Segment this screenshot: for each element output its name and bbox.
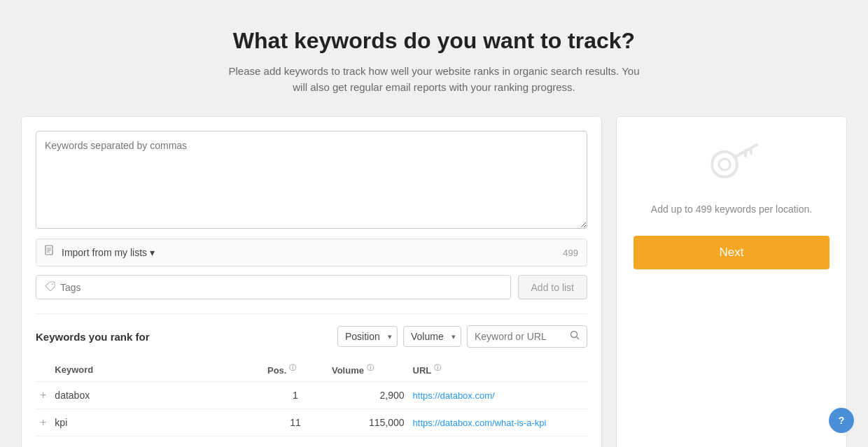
col-header-pos: Pos. ⓘ bbox=[263, 357, 328, 382]
pos-cell: 11 bbox=[263, 409, 328, 437]
rank-header: Keywords you rank for Position Volume bbox=[36, 325, 587, 348]
svg-point-8 bbox=[719, 159, 730, 170]
right-panel: Add up to 499 keywords per location. Nex… bbox=[616, 116, 847, 447]
col-header-keyword: Keyword bbox=[50, 357, 263, 382]
rank-title: Keywords you rank for bbox=[36, 331, 150, 343]
keyword-cell: kpi bbox=[50, 409, 263, 437]
volume-filter[interactable]: Volume bbox=[403, 326, 461, 347]
page-subtitle: Please add keywords to track how well yo… bbox=[224, 64, 644, 95]
col-header-url: URL ⓘ bbox=[409, 357, 587, 382]
add-to-list-button[interactable]: Add to list bbox=[518, 275, 587, 299]
keywords-table: Keyword Pos. ⓘ Volume ⓘ URL ⓘ bbox=[36, 357, 587, 437]
keyword-search-box bbox=[467, 325, 587, 348]
col-header-volume: Volume ⓘ bbox=[328, 357, 409, 382]
right-hint: Add up to 499 keywords per location. bbox=[651, 204, 812, 215]
tags-row: Add to list bbox=[36, 275, 587, 299]
import-file-icon bbox=[45, 245, 56, 260]
url-cell: https://databox.com/what-is-a-kpi bbox=[409, 409, 587, 437]
import-label: Import from my lists bbox=[62, 247, 147, 258]
page-header: What keywords do you want to track? Plea… bbox=[0, 0, 868, 116]
help-label: ? bbox=[839, 415, 845, 426]
keyword-count: 499 bbox=[563, 248, 578, 258]
tag-icon bbox=[45, 281, 56, 293]
keywords-rank-section: Keywords you rank for Position Volume bbox=[36, 313, 587, 437]
import-from-lists-button[interactable]: Import from my lists ▾ bbox=[62, 247, 155, 258]
volume-cell: 115,000 bbox=[328, 409, 409, 437]
pos-cell: 1 bbox=[263, 382, 328, 409]
url-info-icon: ⓘ bbox=[434, 364, 441, 371]
rank-filters: Position Volume bbox=[337, 325, 587, 348]
page-title: What keywords do you want to track? bbox=[14, 28, 854, 54]
left-panel: Import from my lists ▾ 499 Add to list bbox=[21, 116, 602, 447]
add-keyword-icon[interactable]: + bbox=[40, 389, 46, 401]
svg-point-4 bbox=[52, 283, 53, 285]
keyword-cell: databox bbox=[50, 382, 263, 409]
pos-info-icon: ⓘ bbox=[289, 364, 296, 371]
position-filter[interactable]: Position bbox=[337, 326, 398, 347]
keyword-search-input[interactable] bbox=[475, 331, 566, 342]
key-icon bbox=[704, 138, 760, 187]
import-row: Import from my lists ▾ 499 bbox=[36, 239, 587, 267]
key-icon-wrapper bbox=[704, 138, 760, 190]
url-link[interactable]: https://databox.com/ bbox=[413, 390, 495, 401]
url-cell: https://databox.com/ bbox=[409, 382, 587, 409]
add-keyword-icon[interactable]: + bbox=[40, 416, 46, 428]
svg-point-5 bbox=[571, 332, 578, 338]
tags-input-wrapper bbox=[36, 275, 511, 299]
url-link[interactable]: https://databox.com/what-is-a-kpi bbox=[413, 418, 547, 428]
svg-line-6 bbox=[577, 337, 580, 340]
position-filter-wrapper: Position bbox=[337, 326, 398, 347]
table-row: + databox 1 2,900 https://databox.com/ bbox=[36, 382, 587, 409]
next-button[interactable]: Next bbox=[634, 236, 830, 269]
keywords-textarea[interactable] bbox=[36, 131, 587, 229]
search-button[interactable] bbox=[570, 330, 580, 343]
volume-cell: 2,900 bbox=[328, 382, 409, 409]
help-bubble[interactable]: ? bbox=[829, 408, 854, 433]
main-layout: Import from my lists ▾ 499 Add to list bbox=[7, 116, 861, 447]
import-dropdown-arrow: ▾ bbox=[150, 247, 155, 258]
vol-info-icon: ⓘ bbox=[367, 364, 374, 371]
svg-point-7 bbox=[712, 152, 737, 177]
import-left: Import from my lists ▾ bbox=[45, 245, 155, 260]
table-row: + kpi 11 115,000 https://databox.com/wha… bbox=[36, 409, 587, 437]
tags-input[interactable] bbox=[60, 282, 502, 293]
volume-filter-wrapper: Volume bbox=[403, 326, 461, 347]
